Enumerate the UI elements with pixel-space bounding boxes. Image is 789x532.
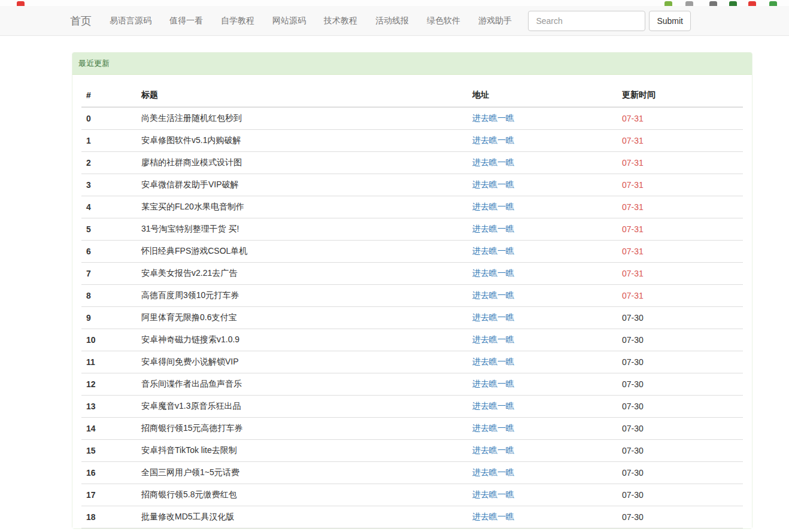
go-see-link[interactable]: 进去瞧一瞧 (472, 335, 514, 344)
panel-body: #标题地址更新时间 0尚美生活注册随机红包秒到进去瞧一瞧07-311安卓修图软件… (72, 75, 752, 528)
table-row: 12音乐间谍作者出品鱼声音乐进去瞧一瞧07-30 (81, 373, 743, 395)
go-see-link[interactable]: 进去瞧一瞧 (472, 401, 514, 411)
column-header: # (81, 84, 136, 107)
row-update-date: 07-31 (617, 218, 743, 240)
go-see-link[interactable]: 进去瞧一瞧 (472, 246, 514, 256)
row-index: 16 (81, 461, 136, 484)
row-index: 0 (81, 107, 136, 129)
row-link-cell: 进去瞧一瞧 (468, 284, 617, 306)
go-see-link[interactable]: 进去瞧一瞧 (472, 268, 514, 278)
table-row: 13安卓魔音v1.3原音乐狂出品进去瞧一瞧07-30 (81, 395, 743, 417)
nav-item: 易语言源码 (101, 6, 160, 36)
table-row: 1安卓修图软件v5.1内购破解进去瞧一瞧07-31 (81, 129, 743, 151)
table-row: 11安卓得间免费小说解锁VIP进去瞧一瞧07-30 (81, 351, 743, 373)
row-update-date: 07-30 (617, 439, 743, 461)
main-container: 最近更新 #标题地址更新时间 0尚美生活注册随机红包秒到进去瞧一瞧07-311安… (72, 52, 752, 529)
nav-item-link[interactable]: 活动线报 (366, 6, 418, 36)
row-index: 15 (81, 439, 136, 461)
row-index: 18 (81, 506, 136, 528)
go-see-link[interactable]: 进去瞧一瞧 (472, 357, 514, 366)
table-row: 4某宝买的FL20水果电音制作进去瞧一瞧07-31 (81, 196, 743, 218)
row-update-date: 07-30 (617, 373, 743, 395)
row-title: 招商银行领5.8元缴费红包 (136, 484, 468, 506)
go-see-link[interactable]: 进去瞧一瞧 (472, 113, 514, 123)
go-see-link[interactable]: 进去瞧一瞧 (472, 312, 514, 322)
nav-brand-home[interactable]: 首页 (70, 14, 101, 28)
updates-table: #标题地址更新时间 0尚美生活注册随机红包秒到进去瞧一瞧07-311安卓修图软件… (81, 84, 743, 528)
row-title: 廖桔的社群商业模式设计图 (136, 151, 468, 174)
row-link-cell: 进去瞧一瞧 (468, 351, 617, 373)
table-row: 16全国三网用户领1~5元话费进去瞧一瞧07-30 (81, 461, 743, 484)
row-index: 14 (81, 417, 136, 439)
row-update-date: 07-30 (617, 351, 743, 373)
go-see-link[interactable]: 进去瞧一瞧 (472, 157, 514, 167)
row-update-date: 07-31 (617, 196, 743, 218)
browser-extension-icon-2[interactable] (685, 1, 693, 6)
go-see-link[interactable]: 进去瞧一瞧 (472, 290, 514, 300)
table-row: 531号淘宝特别整理干货 买!进去瞧一瞧07-31 (81, 218, 743, 240)
go-see-link[interactable]: 进去瞧一瞧 (472, 445, 514, 455)
row-update-date: 07-30 (617, 506, 743, 528)
row-update-date: 07-31 (617, 284, 743, 306)
row-update-date: 07-30 (617, 461, 743, 484)
go-see-link[interactable]: 进去瞧一瞧 (472, 135, 514, 145)
row-title: 音乐间谍作者出品鱼声音乐 (136, 373, 468, 395)
row-link-cell: 进去瞧一瞧 (468, 395, 617, 417)
go-see-link[interactable]: 进去瞧一瞧 (472, 180, 514, 189)
nav-item-link[interactable]: 易语言源码 (101, 6, 160, 36)
row-link-cell: 进去瞧一瞧 (468, 439, 617, 461)
row-index: 17 (81, 484, 136, 506)
row-title: 安卓美女报告v2.21去广告 (136, 262, 468, 284)
row-title: 安卓魔音v1.3原音乐狂出品 (136, 395, 468, 417)
row-update-date: 07-31 (617, 262, 743, 284)
row-update-date: 07-31 (617, 174, 743, 196)
row-title: 全国三网用户领1~5元话费 (136, 461, 468, 484)
go-see-link[interactable]: 进去瞧一瞧 (472, 423, 514, 433)
row-index: 10 (81, 329, 136, 351)
table-row: 8高德百度周3领10元打车券进去瞧一瞧07-31 (81, 284, 743, 306)
go-see-link[interactable]: 进去瞧一瞧 (472, 379, 514, 388)
column-header: 更新时间 (617, 84, 743, 107)
nav-item: 值得一看 (160, 6, 212, 36)
nav-item-link[interactable]: 网站源码 (263, 6, 315, 36)
browser-extension-icon-4[interactable] (729, 1, 737, 6)
browser-extension-icon-6[interactable] (769, 1, 777, 6)
browser-toolbar (0, 0, 789, 6)
table-row: 2廖桔的社群商业模式设计图进去瞧一瞧07-31 (81, 151, 743, 174)
row-index: 5 (81, 218, 136, 240)
row-link-cell: 进去瞧一瞧 (468, 107, 617, 129)
search-input[interactable] (528, 11, 645, 31)
nav-item-link[interactable]: 自学教程 (212, 6, 263, 36)
row-link-cell: 进去瞧一瞧 (468, 417, 617, 439)
row-link-cell: 进去瞧一瞧 (468, 373, 617, 395)
row-index: 11 (81, 351, 136, 373)
browser-extension-icon-left[interactable] (17, 1, 25, 6)
table-row: 7安卓美女报告v2.21去广告进去瞧一瞧07-31 (81, 262, 743, 284)
row-title: 安卓微信群发助手VIP破解 (136, 174, 468, 196)
table-row: 17招商银行领5.8元缴费红包进去瞧一瞧07-30 (81, 484, 743, 506)
nav-item-link[interactable]: 技术教程 (315, 6, 366, 36)
row-title: 31号淘宝特别整理干货 买! (136, 218, 468, 240)
nav-item-link[interactable]: 值得一看 (160, 6, 212, 36)
browser-extension-icon-1[interactable] (664, 1, 672, 6)
go-see-link[interactable]: 进去瞧一瞧 (472, 512, 514, 521)
browser-extension-icon-3[interactable] (709, 1, 717, 6)
row-title: 安卓神奇磁力链搜索v1.0.9 (136, 329, 468, 351)
go-see-link[interactable]: 进去瞧一瞧 (472, 224, 514, 233)
go-see-link[interactable]: 进去瞧一瞧 (472, 467, 514, 477)
browser-extension-icon-5[interactable] (748, 1, 756, 6)
submit-button[interactable]: Submit (649, 11, 691, 31)
row-update-date: 07-30 (617, 417, 743, 439)
nav-item-link[interactable]: 绿色软件 (418, 6, 469, 36)
row-link-cell: 进去瞧一瞧 (468, 240, 617, 262)
go-see-link[interactable]: 进去瞧一瞧 (472, 202, 514, 211)
row-index: 13 (81, 395, 136, 417)
row-link-cell: 进去瞧一瞧 (468, 262, 617, 284)
row-update-date: 07-30 (617, 484, 743, 506)
row-index: 12 (81, 373, 136, 395)
table-row: 0尚美生活注册随机红包秒到进去瞧一瞧07-31 (81, 107, 743, 129)
nav-item-link[interactable]: 游戏助手 (469, 6, 521, 36)
go-see-link[interactable]: 进去瞧一瞧 (472, 490, 514, 499)
row-index: 2 (81, 151, 136, 174)
row-title: 安卓抖音TikTok lite去限制 (136, 439, 468, 461)
